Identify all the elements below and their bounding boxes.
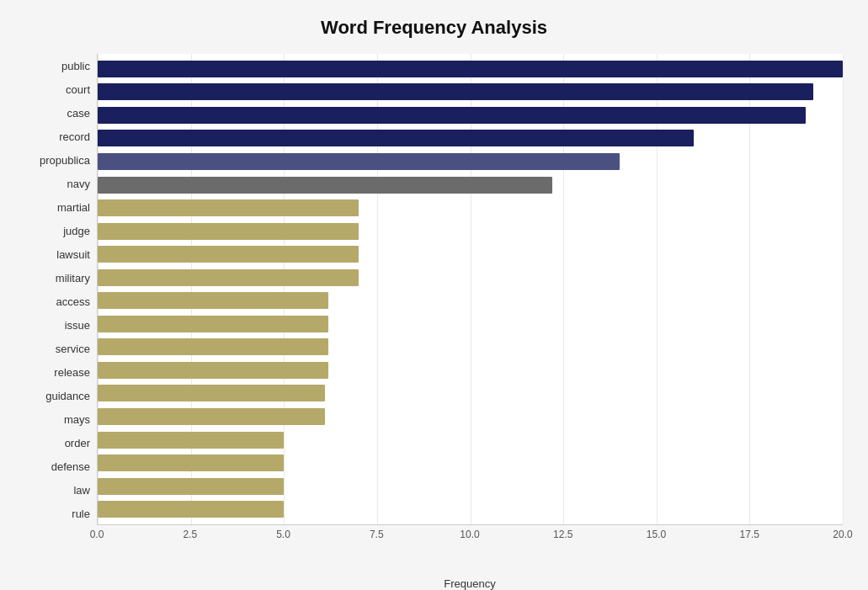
bar-row <box>98 338 843 356</box>
bar-row <box>98 315 843 333</box>
bars-container <box>98 54 843 524</box>
bar <box>98 130 694 146</box>
bar <box>98 362 328 379</box>
y-label: martial <box>57 196 90 218</box>
bar <box>98 223 359 240</box>
bar-row <box>98 384 843 402</box>
bar <box>98 269 359 286</box>
y-label: defense <box>51 455 90 477</box>
x-tick-label: 2.5 <box>183 529 197 540</box>
bar-row <box>98 500 843 518</box>
y-label: guidance <box>45 385 90 407</box>
bar <box>98 432 284 449</box>
x-axis-label: Frequency <box>97 577 843 590</box>
x-tick-label: 17.5 <box>740 529 759 540</box>
x-tick-label: 0.0 <box>90 529 104 540</box>
bar <box>98 408 325 425</box>
bar-row <box>98 454 843 472</box>
x-tick-label: 20.0 <box>833 529 852 540</box>
plot-area <box>97 54 843 525</box>
y-label: rule <box>72 502 90 524</box>
y-label: record <box>59 125 90 147</box>
x-tick-label: 7.5 <box>370 529 384 540</box>
bar <box>98 107 806 124</box>
y-label: case <box>67 102 90 124</box>
bar-row <box>98 176 843 194</box>
bar <box>98 61 843 77</box>
bar-row <box>98 431 843 449</box>
bar-row <box>98 245 843 263</box>
y-label: mays <box>64 408 90 430</box>
x-axis-ticks: 0.02.55.07.510.012.515.017.520.0 <box>97 529 843 554</box>
y-label: issue <box>65 314 90 336</box>
bar <box>98 83 813 100</box>
bar <box>98 246 359 263</box>
bar <box>98 454 284 471</box>
y-label: public <box>61 55 90 77</box>
y-label: access <box>56 290 90 312</box>
chart-title: Word Frequency Analysis <box>25 17 843 39</box>
bar-row <box>98 291 843 310</box>
grid-line <box>843 54 844 524</box>
bar-row <box>98 222 843 241</box>
bar-row <box>98 361 843 380</box>
bar-row <box>98 268 843 287</box>
bar-row <box>98 106 843 125</box>
bar-row <box>98 477 843 496</box>
y-label: law <box>73 479 90 501</box>
bar-row <box>98 60 843 78</box>
bar <box>98 292 328 309</box>
bar <box>98 478 284 495</box>
y-label: navy <box>67 173 90 194</box>
bar-row <box>98 82 843 101</box>
bar <box>98 199 359 216</box>
bar <box>98 177 552 194</box>
x-tick-label: 12.5 <box>553 529 572 540</box>
bar-row <box>98 199 843 217</box>
x-tick-label: 15.0 <box>647 529 666 540</box>
y-label: lawsuit <box>56 243 90 265</box>
x-tick-label: 5.0 <box>276 529 290 540</box>
bar-row <box>98 152 843 171</box>
bar <box>98 501 284 518</box>
bar-row <box>98 407 843 426</box>
y-axis: publiccourtcaserecordpropublicanavymarti… <box>25 54 97 525</box>
chart-container: Word Frequency Analysis publiccourtcaser… <box>0 0 868 590</box>
y-label: military <box>56 267 90 289</box>
x-tick-label: 10.0 <box>460 529 479 540</box>
bar <box>98 338 328 355</box>
y-label: propublica <box>40 149 90 171</box>
bar-row <box>98 129 843 147</box>
y-label: judge <box>63 220 90 242</box>
bar <box>98 385 325 401</box>
bar <box>98 316 328 332</box>
bar <box>98 153 620 170</box>
y-label: service <box>56 338 90 359</box>
y-label: order <box>65 432 90 454</box>
chart-area: publiccourtcaserecordpropublicanavymarti… <box>25 54 843 525</box>
y-label: release <box>54 361 90 383</box>
y-label: court <box>66 78 90 100</box>
